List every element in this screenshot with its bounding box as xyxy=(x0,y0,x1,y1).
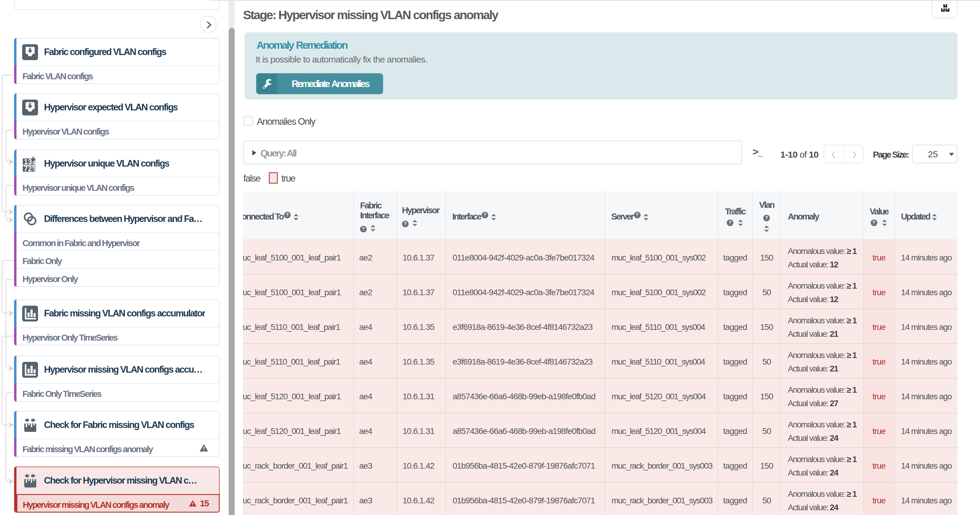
svg-text:13: 13 xyxy=(24,158,32,165)
svg-text:72: 72 xyxy=(24,165,32,172)
svg-text:7: 7 xyxy=(33,168,35,172)
